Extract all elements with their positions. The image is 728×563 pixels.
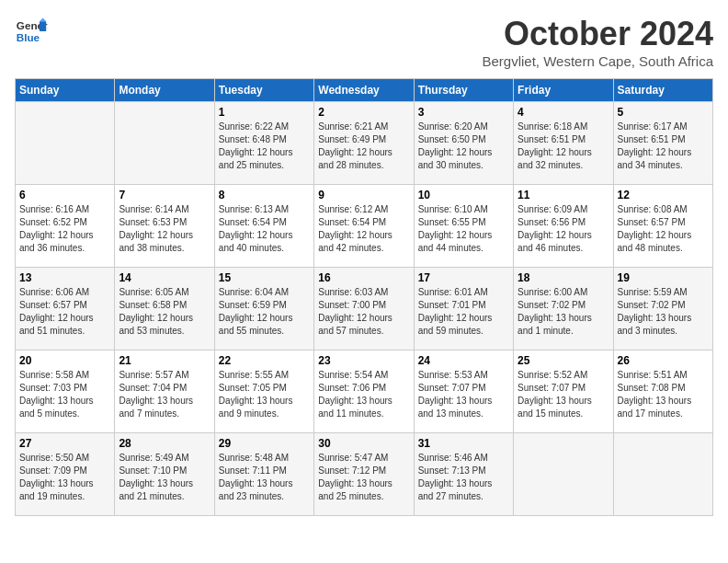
calendar-cell: 4Sunrise: 6:18 AM Sunset: 6:51 PM Daylig… bbox=[514, 102, 613, 185]
day-number: 22 bbox=[219, 354, 310, 367]
cell-content: Sunrise: 5:59 AM Sunset: 7:02 PM Dayligh… bbox=[618, 286, 709, 338]
cell-content: Sunrise: 6:18 AM Sunset: 6:51 PM Dayligh… bbox=[518, 121, 609, 172]
day-number: 9 bbox=[318, 189, 409, 201]
day-number: 30 bbox=[318, 437, 409, 450]
week-row-3: 13Sunrise: 6:06 AM Sunset: 6:57 PM Dayli… bbox=[16, 268, 713, 350]
calendar-cell: 30Sunrise: 5:47 AM Sunset: 7:12 PM Dayli… bbox=[314, 433, 414, 516]
day-number: 8 bbox=[219, 189, 310, 201]
calendar-cell: 8Sunrise: 6:13 AM Sunset: 6:54 PM Daylig… bbox=[214, 185, 313, 268]
day-number: 2 bbox=[318, 106, 409, 119]
cell-content: Sunrise: 5:49 AM Sunset: 7:10 PM Dayligh… bbox=[119, 452, 210, 503]
cell-content: Sunrise: 6:20 AM Sunset: 6:50 PM Dayligh… bbox=[418, 121, 509, 172]
cell-content: Sunrise: 5:48 AM Sunset: 7:11 PM Dayligh… bbox=[219, 452, 310, 503]
cell-content: Sunrise: 5:46 AM Sunset: 7:13 PM Dayligh… bbox=[418, 452, 509, 503]
calendar-cell: 3Sunrise: 6:20 AM Sunset: 6:50 PM Daylig… bbox=[414, 102, 513, 185]
week-row-5: 27Sunrise: 5:50 AM Sunset: 7:09 PM Dayli… bbox=[16, 433, 713, 516]
day-number: 10 bbox=[418, 189, 509, 201]
weekday-header-thursday: Thursday bbox=[414, 79, 513, 102]
cell-content: Sunrise: 5:54 AM Sunset: 7:06 PM Dayligh… bbox=[318, 369, 409, 420]
day-number: 17 bbox=[418, 271, 509, 284]
calendar-cell: 13Sunrise: 6:06 AM Sunset: 6:57 PM Dayli… bbox=[16, 268, 115, 350]
cell-content: Sunrise: 5:53 AM Sunset: 7:07 PM Dayligh… bbox=[418, 369, 509, 420]
day-number: 11 bbox=[518, 189, 609, 201]
cell-content: Sunrise: 6:22 AM Sunset: 6:48 PM Dayligh… bbox=[219, 121, 310, 172]
weekday-header-row: SundayMondayTuesdayWednesdayThursdayFrid… bbox=[16, 79, 713, 102]
weekday-header-saturday: Saturday bbox=[613, 79, 712, 102]
weekday-header-wednesday: Wednesday bbox=[314, 79, 414, 102]
day-number: 24 bbox=[418, 354, 509, 367]
weekday-header-tuesday: Tuesday bbox=[214, 79, 313, 102]
day-number: 6 bbox=[19, 189, 110, 201]
day-number: 23 bbox=[318, 354, 409, 367]
day-number: 28 bbox=[119, 437, 210, 450]
logo-icon: General Blue bbox=[15, 15, 48, 48]
calendar-cell: 16Sunrise: 6:03 AM Sunset: 7:00 PM Dayli… bbox=[314, 268, 414, 350]
calendar-cell bbox=[115, 102, 214, 185]
calendar-cell: 22Sunrise: 5:55 AM Sunset: 7:05 PM Dayli… bbox=[214, 350, 313, 433]
day-number: 16 bbox=[318, 271, 409, 284]
calendar-cell: 14Sunrise: 6:05 AM Sunset: 6:58 PM Dayli… bbox=[115, 268, 214, 350]
day-number: 15 bbox=[219, 271, 310, 284]
calendar-cell bbox=[613, 433, 712, 516]
day-number: 27 bbox=[19, 437, 110, 450]
calendar-cell: 24Sunrise: 5:53 AM Sunset: 7:07 PM Dayli… bbox=[414, 350, 513, 433]
title-block: October 2024 Bergvliet, Western Cape, So… bbox=[482, 15, 713, 69]
cell-content: Sunrise: 6:01 AM Sunset: 7:01 PM Dayligh… bbox=[418, 286, 509, 338]
svg-marker-2 bbox=[40, 21, 46, 31]
day-number: 25 bbox=[518, 354, 609, 367]
calendar-cell: 12Sunrise: 6:08 AM Sunset: 6:57 PM Dayli… bbox=[613, 185, 712, 268]
week-row-4: 20Sunrise: 5:58 AM Sunset: 7:03 PM Dayli… bbox=[16, 350, 713, 433]
calendar-cell: 26Sunrise: 5:51 AM Sunset: 7:08 PM Dayli… bbox=[613, 350, 712, 433]
calendar-cell: 10Sunrise: 6:10 AM Sunset: 6:55 PM Dayli… bbox=[414, 185, 513, 268]
weekday-header-friday: Friday bbox=[514, 79, 613, 102]
day-number: 20 bbox=[19, 354, 110, 367]
calendar-cell: 6Sunrise: 6:16 AM Sunset: 6:52 PM Daylig… bbox=[16, 185, 115, 268]
logo: General Blue bbox=[15, 15, 48, 48]
day-number: 7 bbox=[119, 189, 210, 201]
location: Bergvliet, Western Cape, South Africa bbox=[482, 53, 713, 69]
cell-content: Sunrise: 5:51 AM Sunset: 7:08 PM Dayligh… bbox=[618, 369, 709, 420]
week-row-1: 1Sunrise: 6:22 AM Sunset: 6:48 PM Daylig… bbox=[16, 102, 713, 185]
cell-content: Sunrise: 6:05 AM Sunset: 6:58 PM Dayligh… bbox=[119, 286, 210, 338]
calendar-cell: 23Sunrise: 5:54 AM Sunset: 7:06 PM Dayli… bbox=[314, 350, 414, 433]
cell-content: Sunrise: 6:10 AM Sunset: 6:55 PM Dayligh… bbox=[418, 203, 509, 255]
calendar-table: SundayMondayTuesdayWednesdayThursdayFrid… bbox=[15, 78, 713, 516]
day-number: 31 bbox=[418, 437, 509, 450]
cell-content: Sunrise: 6:00 AM Sunset: 7:02 PM Dayligh… bbox=[518, 286, 609, 338]
cell-content: Sunrise: 5:47 AM Sunset: 7:12 PM Dayligh… bbox=[318, 452, 409, 503]
weekday-header-monday: Monday bbox=[115, 79, 214, 102]
cell-content: Sunrise: 6:13 AM Sunset: 6:54 PM Dayligh… bbox=[219, 203, 310, 255]
cell-content: Sunrise: 6:09 AM Sunset: 6:56 PM Dayligh… bbox=[518, 203, 609, 255]
calendar-cell: 1Sunrise: 6:22 AM Sunset: 6:48 PM Daylig… bbox=[214, 102, 313, 185]
cell-content: Sunrise: 5:58 AM Sunset: 7:03 PM Dayligh… bbox=[19, 369, 110, 420]
day-number: 4 bbox=[518, 106, 609, 119]
day-number: 19 bbox=[618, 271, 709, 284]
calendar-cell: 7Sunrise: 6:14 AM Sunset: 6:53 PM Daylig… bbox=[115, 185, 214, 268]
cell-content: Sunrise: 6:04 AM Sunset: 6:59 PM Dayligh… bbox=[219, 286, 310, 338]
cell-content: Sunrise: 6:16 AM Sunset: 6:52 PM Dayligh… bbox=[19, 203, 110, 255]
day-number: 18 bbox=[518, 271, 609, 284]
cell-content: Sunrise: 6:21 AM Sunset: 6:49 PM Dayligh… bbox=[318, 121, 409, 172]
day-number: 21 bbox=[119, 354, 210, 367]
calendar-cell: 25Sunrise: 5:52 AM Sunset: 7:07 PM Dayli… bbox=[514, 350, 613, 433]
calendar-cell: 27Sunrise: 5:50 AM Sunset: 7:09 PM Dayli… bbox=[16, 433, 115, 516]
calendar-cell: 20Sunrise: 5:58 AM Sunset: 7:03 PM Dayli… bbox=[16, 350, 115, 433]
weekday-header-sunday: Sunday bbox=[16, 79, 115, 102]
cell-content: Sunrise: 6:06 AM Sunset: 6:57 PM Dayligh… bbox=[19, 286, 110, 338]
calendar-cell bbox=[514, 433, 613, 516]
week-row-2: 6Sunrise: 6:16 AM Sunset: 6:52 PM Daylig… bbox=[16, 185, 713, 268]
cell-content: Sunrise: 5:50 AM Sunset: 7:09 PM Dayligh… bbox=[19, 452, 110, 503]
calendar-cell: 19Sunrise: 5:59 AM Sunset: 7:02 PM Dayli… bbox=[613, 268, 712, 350]
calendar-cell: 29Sunrise: 5:48 AM Sunset: 7:11 PM Dayli… bbox=[214, 433, 313, 516]
svg-text:Blue: Blue bbox=[17, 31, 40, 43]
day-number: 12 bbox=[618, 189, 709, 201]
calendar-cell: 15Sunrise: 6:04 AM Sunset: 6:59 PM Dayli… bbox=[214, 268, 313, 350]
day-number: 26 bbox=[618, 354, 709, 367]
calendar-cell bbox=[16, 102, 115, 185]
day-number: 13 bbox=[19, 271, 110, 284]
day-number: 3 bbox=[418, 106, 509, 119]
calendar-cell: 21Sunrise: 5:57 AM Sunset: 7:04 PM Dayli… bbox=[115, 350, 214, 433]
calendar-cell: 28Sunrise: 5:49 AM Sunset: 7:10 PM Dayli… bbox=[115, 433, 214, 516]
calendar-cell: 9Sunrise: 6:12 AM Sunset: 6:54 PM Daylig… bbox=[314, 185, 414, 268]
cell-content: Sunrise: 6:08 AM Sunset: 6:57 PM Dayligh… bbox=[618, 203, 709, 255]
